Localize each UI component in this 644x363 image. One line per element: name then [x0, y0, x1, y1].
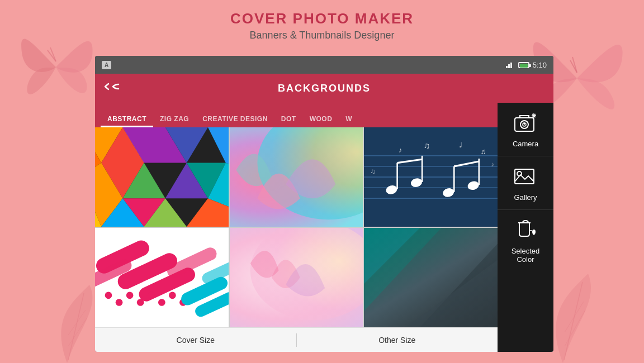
grid-cell-2[interactable] — [230, 127, 363, 227]
sidebar-gallery[interactable]: Gallery — [498, 156, 553, 210]
svg-point-64 — [116, 299, 123, 306]
gallery-label: Gallery — [514, 193, 537, 202]
status-a-icon: A — [102, 61, 111, 69]
phone-frame: A 5:10 BACKGROUNDS — [95, 56, 553, 352]
svg-point-68 — [158, 299, 165, 306]
svg-point-65 — [126, 292, 134, 299]
svg-text:♪: ♪ — [399, 146, 402, 154]
battery-icon — [518, 62, 529, 68]
tab-creative-design[interactable]: CREATIVE DESIGN — [196, 111, 274, 127]
grid-cell-3[interactable]: ♪ ♫ ♩ ♬ ♪ ♫ — [364, 127, 498, 227]
grid-cell-5[interactable] — [230, 228, 363, 327]
svg-line-4 — [68, 293, 84, 360]
bottom-bar: Cover Size Other Size — [95, 327, 498, 352]
svg-text:♪: ♪ — [491, 161, 495, 168]
tab-dot[interactable]: DOT — [274, 111, 303, 127]
status-bar-left: A — [102, 61, 111, 69]
sidebar-selected-color[interactable]: Selected Color — [498, 210, 553, 271]
tab-zigzag[interactable]: ZIG ZAG — [153, 111, 196, 127]
color-bucket-icon — [513, 218, 538, 243]
grid-cell-4[interactable] — [95, 228, 229, 327]
svg-rect-81 — [364, 228, 498, 327]
back-button[interactable] — [104, 81, 120, 95]
svg-line-6 — [68, 310, 86, 335]
gallery-icon — [513, 164, 538, 190]
right-sidebar: Camera Gallery — [498, 103, 553, 352]
app-title: COVER PHOTO MAKER — [0, 10, 644, 27]
svg-point-90 — [517, 171, 522, 176]
camera-icon — [513, 111, 538, 136]
app-header: COVER PHOTO MAKER Banners & Thumbnails D… — [0, 0, 644, 46]
svg-line-7 — [564, 282, 583, 360]
svg-rect-10 — [506, 66, 508, 68]
backgrounds-header: BACKGROUNDS — [95, 74, 553, 103]
svg-line-1 — [50, 47, 56, 61]
svg-point-66 — [137, 299, 144, 306]
svg-line-3 — [572, 57, 577, 73]
svg-line-0 — [48, 50, 56, 61]
sidebar-camera[interactable]: Camera — [498, 103, 553, 156]
svg-line-2 — [570, 60, 577, 73]
svg-point-69 — [169, 292, 176, 299]
tab-wood[interactable]: WOOD — [303, 111, 339, 127]
app-content: BACKGROUNDS ABSTRACT ZIG ZAG CREATIVE DE… — [95, 74, 553, 352]
app-subtitle: Banners & Thumbnails Designer — [0, 30, 644, 41]
status-bar: A 5:10 — [95, 56, 553, 74]
left-panel: ABSTRACT ZIG ZAG CREATIVE DESIGN DOT WOO… — [95, 103, 498, 352]
cover-size-button[interactable]: Cover Size — [95, 328, 296, 352]
screen-title: BACKGROUNDS — [278, 83, 371, 94]
grid-cell-1[interactable] — [95, 127, 229, 227]
svg-text:♫: ♫ — [424, 141, 430, 150]
svg-line-5 — [68, 318, 87, 346]
svg-rect-89 — [515, 169, 534, 184]
svg-text:♬: ♬ — [481, 147, 486, 156]
svg-line-8 — [565, 310, 585, 346]
other-size-button[interactable]: Other Size — [297, 328, 498, 352]
svg-text:♫: ♫ — [371, 167, 376, 175]
leaf-bottom-left-icon — [34, 274, 101, 363]
svg-rect-11 — [508, 64, 510, 68]
tab-abstract[interactable]: ABSTRACT — [101, 111, 153, 127]
svg-point-63 — [105, 292, 112, 299]
tabs-bar: ABSTRACT ZIG ZAG CREATIVE DESIGN DOT WOO… — [95, 103, 498, 127]
tab-w[interactable]: W — [339, 111, 359, 127]
svg-rect-12 — [510, 63, 512, 68]
image-grid: ♪ ♫ ♩ ♬ ♪ ♫ — [95, 127, 498, 327]
svg-rect-13 — [513, 61, 514, 68]
selected-color-label: Selected Color — [502, 247, 549, 264]
grid-cell-6[interactable] — [364, 228, 498, 327]
svg-line-9 — [565, 302, 584, 332]
status-time: 5:10 — [533, 61, 547, 69]
status-bar-right: 5:10 — [506, 61, 547, 69]
signal-icon — [506, 61, 515, 68]
svg-text:♩: ♩ — [460, 141, 463, 149]
svg-point-67 — [148, 292, 155, 299]
main-layout: ABSTRACT ZIG ZAG CREATIVE DESIGN DOT WOO… — [95, 103, 553, 352]
camera-label: Camera — [513, 140, 538, 148]
